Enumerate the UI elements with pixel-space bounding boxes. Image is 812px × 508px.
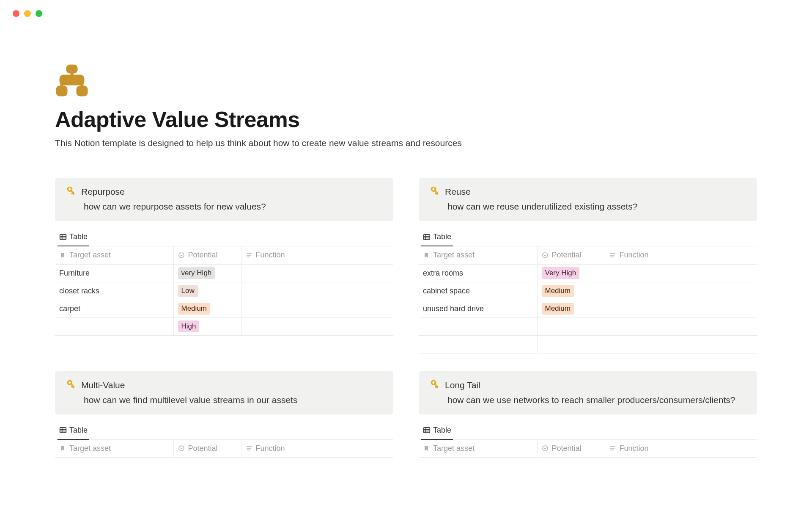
cell-potential[interactable] xyxy=(537,335,605,353)
tab-table[interactable]: Table xyxy=(58,422,89,440)
cell-asset[interactable]: closet racks xyxy=(55,282,173,300)
bookmark-icon xyxy=(59,445,66,452)
column-header-function[interactable]: Function xyxy=(241,440,393,458)
cell-potential[interactable]: High xyxy=(173,318,241,335)
svg-rect-50 xyxy=(436,387,438,388)
column-header-asset[interactable]: Target asset xyxy=(419,246,537,264)
potential-tag: Low xyxy=(178,285,198,297)
column-header-potential[interactable]: Potential xyxy=(173,246,241,264)
column-header-asset[interactable]: Target asset xyxy=(55,246,173,264)
table-row[interactable]: closet racksLow xyxy=(55,282,393,300)
cell-potential[interactable]: very High xyxy=(173,264,241,282)
cell-potential[interactable]: Medium xyxy=(173,300,241,318)
lines-icon xyxy=(246,252,252,259)
svg-rect-11 xyxy=(73,193,74,195)
cell-function[interactable] xyxy=(605,300,757,318)
callout-text: how can we use networks to reach smaller… xyxy=(428,395,748,405)
table-row[interactable] xyxy=(419,318,757,335)
callout-title: Multi-Value xyxy=(81,380,125,390)
table-row[interactable]: carpetMedium xyxy=(55,300,393,318)
cell-function[interactable] xyxy=(241,282,393,300)
potential-tag: Medium xyxy=(542,285,574,297)
table-longtail: Target asset Potential xyxy=(419,440,757,458)
cell-asset[interactable]: extra rooms xyxy=(419,264,537,282)
cell-potential[interactable]: Low xyxy=(173,282,241,300)
column-header-asset[interactable]: Target asset xyxy=(55,440,173,458)
page-subtitle[interactable]: This Notion template is designed to help… xyxy=(55,138,757,148)
svg-rect-25 xyxy=(424,234,430,239)
callout-longtail[interactable]: Long Tail how can we use networks to rea… xyxy=(419,371,757,414)
table-repurpose: Target asset Potential xyxy=(55,246,393,336)
cell-function[interactable] xyxy=(605,318,757,335)
cell-asset[interactable] xyxy=(419,318,537,335)
lines-icon xyxy=(246,445,252,452)
table-row[interactable] xyxy=(419,335,757,353)
table-row[interactable]: cabinet spaceMedium xyxy=(419,282,757,300)
cell-asset[interactable] xyxy=(55,318,173,335)
tab-label: Table xyxy=(433,232,451,241)
window-controls xyxy=(0,0,812,17)
page-icon[interactable] xyxy=(55,64,757,99)
svg-point-16 xyxy=(179,253,184,258)
cell-potential[interactable]: Very High xyxy=(537,264,605,282)
table-row[interactable]: Furniturevery High xyxy=(55,264,393,282)
chevron-down-circle-icon xyxy=(542,445,549,452)
window-maximize-button[interactable] xyxy=(36,10,42,17)
window-close-button[interactable] xyxy=(13,10,19,17)
potential-tag: Medium xyxy=(542,303,574,315)
page-title[interactable]: Adaptive Value Streams xyxy=(55,107,757,132)
view-tabs: Table xyxy=(419,422,757,440)
table-row[interactable]: High xyxy=(55,318,393,335)
svg-rect-1 xyxy=(58,87,66,95)
cell-asset[interactable]: cabinet space xyxy=(419,282,537,300)
table-row[interactable]: extra roomsVery High xyxy=(419,264,757,282)
cell-function[interactable] xyxy=(241,300,393,318)
callout-multivalue[interactable]: Multi-Value how can we find multilevel v… xyxy=(55,371,393,414)
section-reuse: Reuse how can we reuse underutilized exi… xyxy=(419,178,757,353)
table-icon xyxy=(59,233,67,241)
cell-function[interactable] xyxy=(605,335,757,353)
cell-potential[interactable]: Medium xyxy=(537,300,605,318)
column-header-potential[interactable]: Potential xyxy=(173,440,241,458)
lines-icon xyxy=(609,252,616,259)
column-header-potential[interactable]: Potential xyxy=(537,246,605,264)
cell-function[interactable] xyxy=(241,318,393,335)
cell-function[interactable] xyxy=(605,282,757,300)
cell-potential[interactable]: Medium xyxy=(537,282,605,300)
cell-potential[interactable] xyxy=(537,318,605,335)
tab-table[interactable]: Table xyxy=(421,229,453,246)
potential-tag: Medium xyxy=(178,303,210,315)
cell-asset[interactable]: Furniture xyxy=(55,264,173,282)
column-header-function[interactable]: Function xyxy=(241,246,393,264)
table-icon xyxy=(59,426,67,434)
table-icon xyxy=(423,426,431,434)
cell-asset[interactable] xyxy=(419,335,537,353)
svg-rect-24 xyxy=(436,193,438,195)
column-header-asset[interactable]: Target asset xyxy=(419,440,537,458)
potential-tag: Very High xyxy=(542,267,580,279)
column-header-potential[interactable]: Potential xyxy=(537,440,605,458)
tab-table[interactable]: Table xyxy=(421,422,453,440)
cell-asset[interactable]: unused hard drive xyxy=(419,300,537,318)
potential-tag: High xyxy=(178,320,200,332)
cell-asset[interactable]: carpet xyxy=(55,300,173,318)
table-row[interactable]: unused hard driveMedium xyxy=(419,300,757,318)
callout-repurpose[interactable]: Repurpose how can we repurpose assets fo… xyxy=(55,178,393,221)
table-reuse: Target asset Potential xyxy=(419,246,757,353)
cell-function[interactable] xyxy=(241,264,393,282)
tab-label: Table xyxy=(69,426,88,435)
callout-text: how can we reuse underutilized existing … xyxy=(428,202,748,212)
callout-reuse[interactable]: Reuse how can we reuse underutilized exi… xyxy=(419,178,757,221)
svg-rect-37 xyxy=(73,387,74,388)
tab-table[interactable]: Table xyxy=(58,229,89,246)
column-header-function[interactable]: Function xyxy=(605,440,757,458)
key-icon xyxy=(428,186,439,197)
cell-function[interactable] xyxy=(605,264,757,282)
svg-rect-3 xyxy=(61,76,83,84)
column-header-function[interactable]: Function xyxy=(605,246,757,264)
table-icon xyxy=(423,233,431,241)
bookmark-icon xyxy=(423,445,430,452)
callout-title: Reuse xyxy=(445,187,471,197)
window-minimize-button[interactable] xyxy=(24,10,31,17)
section-repurpose: Repurpose how can we repurpose assets fo… xyxy=(55,178,393,353)
